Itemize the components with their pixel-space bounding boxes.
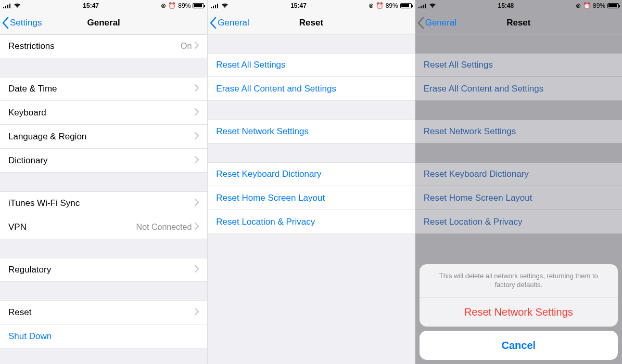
row-itunes-wifi-sync[interactable]: iTunes Wi-Fi Sync	[0, 191, 207, 215]
nav-bar: General Reset	[415, 11, 622, 34]
svg-rect-6	[215, 5, 216, 8]
cellular-signal-icon	[418, 3, 427, 8]
svg-rect-11	[425, 4, 426, 8]
chevron-right-icon	[195, 155, 199, 166]
row-reset-home-screen[interactable]: Reset Home Screen Layout	[208, 186, 414, 210]
confirm-reset-network-button[interactable]: Reset Network Settings	[420, 297, 618, 327]
back-label: General	[218, 18, 249, 28]
status-time: 15:47	[290, 2, 307, 9]
svg-rect-2	[7, 5, 8, 8]
nav-bar: General Reset	[208, 11, 414, 34]
row-reset-all-settings: Reset All Settings	[415, 53, 622, 77]
cellular-signal-icon	[3, 3, 11, 8]
row-vpn[interactable]: VPN Not Connected	[0, 215, 207, 239]
chevron-right-icon	[195, 84, 199, 94]
svg-rect-1	[5, 6, 6, 8]
status-bar: 15:48 ⊗ ⏰ 89%	[415, 0, 622, 11]
row-reset-network-settings: Reset Network Settings	[415, 120, 622, 144]
alarm-icon: ⏰	[376, 2, 384, 9]
alarm-icon: ⏰	[168, 2, 176, 9]
svg-rect-9	[421, 6, 422, 8]
wifi-icon	[221, 3, 229, 8]
back-label: General	[425, 18, 456, 28]
rotation-lock-icon: ⊗	[161, 2, 166, 9]
battery-percent: 89%	[178, 2, 191, 9]
row-keyboard[interactable]: Keyboard	[0, 101, 207, 125]
alarm-icon: ⏰	[583, 2, 591, 9]
reset-list: Reset All Settings Erase All Content and…	[208, 34, 414, 364]
row-shut-down[interactable]: Shut Down	[0, 324, 207, 348]
chevron-right-icon	[195, 307, 199, 318]
action-sheet-message: This will delete all network settings, r…	[420, 264, 618, 297]
battery-percent: 89%	[386, 2, 398, 9]
nav-bar: Settings General	[0, 11, 207, 34]
battery-icon	[607, 3, 619, 8]
chevron-right-icon	[195, 198, 199, 209]
svg-rect-4	[211, 7, 212, 8]
rotation-lock-icon: ⊗	[576, 2, 581, 9]
row-reset-home-screen: Reset Home Screen Layout	[415, 186, 622, 210]
svg-rect-0	[3, 7, 4, 8]
action-sheet: This will delete all network settings, r…	[420, 264, 618, 360]
back-label: Settings	[10, 18, 42, 28]
back-button: General	[415, 17, 456, 29]
row-date-time[interactable]: Date & Time	[0, 77, 207, 101]
chevron-right-icon	[195, 132, 199, 142]
row-erase-all-content: Erase All Content and Settings	[415, 77, 622, 101]
row-reset-keyboard-dictionary[interactable]: Reset Keyboard Dictionary	[208, 162, 414, 186]
row-reset-network-settings[interactable]: Reset Network Settings	[208, 120, 414, 144]
row-reset-location-privacy: Reset Location & Privacy	[415, 210, 622, 234]
row-reset-keyboard-dictionary: Reset Keyboard Dictionary	[415, 162, 622, 186]
rotation-lock-icon: ⊗	[369, 2, 374, 9]
svg-rect-5	[213, 6, 214, 8]
row-erase-all-content[interactable]: Erase All Content and Settings	[208, 77, 414, 101]
row-restrictions[interactable]: Restrictions On	[0, 34, 207, 58]
svg-rect-7	[217, 4, 218, 8]
status-bar: 15:47 ⊗ ⏰ 89%	[0, 0, 207, 11]
back-button[interactable]: General	[208, 17, 249, 29]
chevron-right-icon	[195, 41, 199, 51]
screen-reset: 15:47 ⊗ ⏰ 89% General Reset Reset All Se…	[207, 0, 414, 364]
row-regulatory[interactable]: Regulatory	[0, 258, 207, 282]
svg-rect-3	[9, 4, 10, 8]
cancel-button[interactable]: Cancel	[420, 331, 618, 360]
battery-icon	[193, 3, 204, 8]
settings-list: Restrictions On Date & Time Keyboard Lan…	[0, 34, 207, 364]
row-reset-all-settings[interactable]: Reset All Settings	[208, 53, 414, 77]
row-reset[interactable]: Reset	[0, 301, 207, 324]
row-dictionary[interactable]: Dictionary	[0, 149, 207, 173]
svg-rect-10	[423, 5, 424, 8]
back-button[interactable]: Settings	[0, 17, 42, 29]
battery-percent: 89%	[593, 2, 605, 9]
cellular-signal-icon	[211, 3, 219, 8]
status-time: 15:48	[498, 2, 514, 9]
screen-reset-confirm: 15:48 ⊗ ⏰ 89% General Reset Reset All Se…	[415, 0, 622, 364]
chevron-right-icon	[195, 222, 199, 232]
battery-icon	[400, 3, 412, 8]
row-reset-location-privacy[interactable]: Reset Location & Privacy	[208, 210, 414, 234]
row-language-region[interactable]: Language & Region	[0, 125, 207, 149]
wifi-icon	[14, 3, 21, 8]
wifi-icon	[429, 3, 436, 8]
status-time: 15:47	[83, 2, 99, 9]
status-bar: 15:47 ⊗ ⏰ 89%	[208, 0, 414, 11]
chevron-right-icon	[195, 108, 199, 118]
svg-rect-8	[418, 7, 420, 8]
screen-general: 15:47 ⊗ ⏰ 89% Settings General Restricti…	[0, 0, 207, 364]
action-sheet-main: This will delete all network settings, r…	[420, 264, 618, 327]
chevron-right-icon	[195, 265, 199, 275]
